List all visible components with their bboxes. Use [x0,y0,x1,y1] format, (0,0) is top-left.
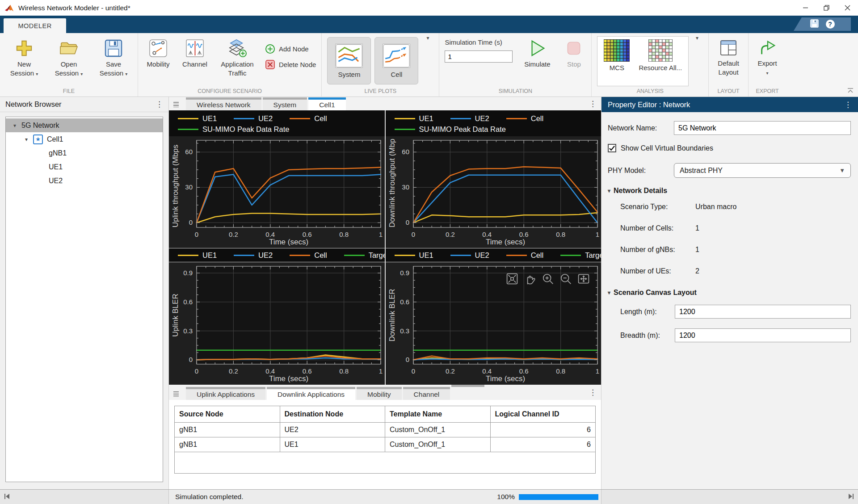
close-button[interactable] [837,0,858,16]
restore-button[interactable] [816,0,837,16]
legend-swatch [560,255,581,256]
table-empty-row[interactable] [174,452,596,474]
simulate-icon [528,39,547,58]
mcs-button[interactable]: MCS [604,39,630,86]
legend-swatch [506,118,527,119]
channel-button[interactable]: Channel [180,35,210,69]
export-button[interactable]: Export▾ [754,35,781,76]
legend-item-su-mimo-peak-data-rate: SU-MIMO Peak Data Rate [395,125,506,134]
new-session-button[interactable]: New Session ▾ [5,35,43,77]
legend-swatch [395,118,415,119]
svg-text:Uplink throughput (Mbps: Uplink throughput (Mbps [171,145,180,227]
svg-text:0.8: 0.8 [556,231,565,238]
applications-grip-icon[interactable] [173,391,182,397]
svg-text:0.6: 0.6 [303,367,312,375]
svg-text:0.8: 0.8 [556,367,565,375]
stop-button[interactable]: Stop [562,35,586,69]
delete-node-button[interactable]: Delete Node [265,59,316,70]
table-cell[interactable]: gNB1 [175,423,280,437]
length-input[interactable] [675,305,851,319]
breadth-input[interactable] [675,328,851,342]
quick-access-toolbar: ? [794,17,851,31]
applications-panel-menu-icon[interactable]: ⋮ [589,389,597,396]
tab-uplink-applications[interactable]: Uplink Applications [186,387,265,400]
collapse-ribbon-icon[interactable] [846,87,854,95]
open-session-button[interactable]: Open Session ▾ [50,35,88,77]
number-of-cells-value: 1 [695,224,699,232]
svg-text:1: 1 [379,231,383,238]
svg-text:0: 0 [411,231,415,238]
svg-text:Time (secs): Time (secs) [485,238,525,246]
table-cell[interactable]: UE1 [280,437,385,452]
tab-channel[interactable]: Channel [403,387,450,400]
simulate-button[interactable]: Simulate [520,35,555,69]
svg-text:0: 0 [411,367,415,375]
panel-grip-icon[interactable] [173,102,182,107]
table-cell[interactable]: Custom_OnOff_1 [385,437,491,452]
tab-mobility[interactable]: Mobility [357,387,402,400]
downlink-throughput-plot[interactable]: 00.20.40.60.8103060Time (secs)Downlink t… [386,136,601,248]
network-browser-panel: Network Browser ⋮ ▾5G Network▾★Cell1gNB1… [0,97,169,489]
tree-expander-icon[interactable]: ▾ [11,122,18,129]
table-cell[interactable]: gNB1 [175,437,280,452]
tree-item-gnb1[interactable]: gNB1 [6,146,163,160]
downlink-bler-plot[interactable]: 00.20.40.60.8100.30.60.9Time (secs)Downl… [386,262,601,385]
tree-item-5g-network[interactable]: ▾5G Network [6,118,163,132]
tab-modeler[interactable]: MODELER [4,18,66,33]
resource-allocation-button[interactable]: Resource All... [639,39,682,86]
downlink-throughput-legend: UE1UE2CellSU-MIMO Peak Data Rate [386,110,601,136]
quick-save-icon[interactable] [810,19,819,29]
network-details-heading[interactable]: ▾ Network Details [608,187,851,195]
pan-icon[interactable] [523,272,537,286]
zoom-out-icon[interactable] [559,272,572,286]
legend-item-ue1: UE1 [395,114,433,123]
plots-panel-menu-icon[interactable]: ⋮ [589,100,597,108]
collapse-right-panel-icon[interactable] [847,493,854,501]
minimize-button[interactable] [795,0,816,16]
tab-downlink-applications[interactable]: Downlink Applications [267,387,355,400]
tab-cell1[interactable]: Cell1 [308,97,345,110]
add-node-button[interactable]: Add Node [265,44,316,54]
scenario-canvas-layout-heading[interactable]: ▾ Scenario Canvas Layout [608,289,851,297]
table-cell[interactable]: 6 [490,423,596,437]
tab-wireless-network[interactable]: Wireless Network [186,97,261,110]
application-traffic-button[interactable]: ApplicationTraffic [217,35,258,77]
section-configure-scenario: Mobility Channel [138,33,321,97]
svg-text:0: 0 [195,231,198,238]
svg-text:0.8: 0.8 [339,367,349,375]
zoom-in-icon[interactable] [541,272,555,286]
svg-text:60: 60 [185,148,193,155]
legend-swatch [450,118,471,119]
fit-view-icon[interactable] [577,272,590,286]
analysis-gallery-dropdown[interactable]: ▾ [691,35,703,41]
collapse-left-panel-icon[interactable] [4,493,11,501]
table-cell[interactable]: 6 [490,437,596,452]
svg-text:0.4: 0.4 [265,367,275,375]
tree-item-cell1[interactable]: ▾★Cell1 [6,132,163,146]
legend-item-ue2: UE2 [234,114,273,123]
live-plots-gallery-dropdown[interactable]: ▾ [422,35,433,41]
help-icon[interactable]: ? [826,20,835,29]
svg-text:1: 1 [595,367,599,375]
network-browser-menu-icon[interactable]: ⋮ [156,101,163,108]
tree-item-ue1[interactable]: UE1 [6,160,163,174]
network-name-input[interactable] [674,121,851,135]
simulation-time-input[interactable] [445,50,513,63]
system-plots-toggle[interactable]: System [327,37,371,84]
default-layout-button[interactable]: DefaultLayout [714,35,743,76]
tree-expander-icon[interactable]: ▾ [23,136,30,143]
show-boundaries-checkbox[interactable] [608,144,616,152]
legend-item-ue1: UE1 [395,251,433,260]
cell-plots-toggle[interactable]: Cell [374,37,418,84]
save-session-button[interactable]: Save Session ▾ [95,35,132,77]
tab-system[interactable]: System [263,97,307,110]
table-cell[interactable]: UE2 [280,423,385,437]
phy-model-select[interactable]: Abstract PHY ▼ [674,163,851,178]
uplink-throughput-plot[interactable]: 00.20.40.60.8103060Time (secs)Uplink thr… [169,136,385,248]
property-editor-menu-icon[interactable]: ⋮ [844,101,852,109]
uplink-bler-plot[interactable]: 00.20.40.60.8100.30.60.9Time (secs)Uplin… [169,262,385,385]
mobility-button[interactable]: Mobility [143,35,173,69]
table-cell[interactable]: Custom_OnOff_1 [385,423,491,437]
restore-view-icon[interactable] [505,272,519,286]
tree-item-ue2[interactable]: UE2 [6,174,163,188]
